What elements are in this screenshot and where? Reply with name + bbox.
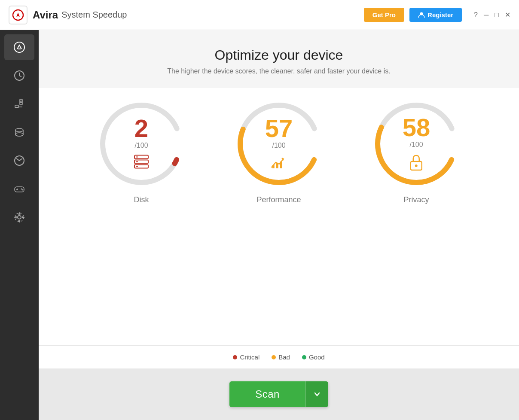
svg-point-19 — [18, 216, 21, 219]
disk-score: 2 — [134, 116, 148, 141]
privacy-gauge: 58 /100 Privacy — [360, 97, 472, 332]
main-layout: Optimize your device The higher the devi… — [0, 30, 519, 420]
svg-point-11 — [15, 128, 23, 132]
scan-dropdown-button[interactable] — [305, 381, 328, 407]
privacy-gauge-wrapper: 58 /100 — [369, 97, 464, 191]
disk-label: Disk — [134, 195, 149, 204]
svg-rect-32 — [276, 163, 278, 168]
disk-icon — [133, 155, 150, 172]
performance-gauge: 57 /100 — [223, 97, 335, 332]
performance-out-of: /100 — [272, 142, 285, 149]
maximize-button[interactable]: □ — [495, 12, 499, 18]
page-title: Optimize your device — [167, 47, 390, 63]
get-pro-button[interactable]: Get Pro — [364, 8, 404, 22]
privacy-label: Privacy — [403, 195, 429, 204]
svg-point-12 — [15, 133, 23, 136]
title-bar-actions: Get Pro Register ? ─ □ ✕ — [364, 8, 510, 22]
window-controls: ? ─ □ ✕ — [474, 12, 510, 18]
sidebar-item-history[interactable] — [4, 148, 34, 173]
svg-rect-33 — [280, 161, 282, 168]
sidebar-item-home[interactable] — [4, 34, 34, 60]
app-logo — [9, 6, 27, 24]
privacy-icon — [409, 154, 424, 173]
page-header: Optimize your device The higher the devi… — [167, 30, 390, 88]
help-button[interactable]: ? — [474, 12, 478, 18]
good-dot — [302, 355, 306, 359]
scan-button[interactable]: Scan — [229, 381, 305, 407]
sidebar-item-disk[interactable] — [4, 119, 34, 145]
disk-gauge-wrapper: 2 /100 — [94, 97, 189, 191]
svg-point-18 — [22, 189, 24, 191]
clock-icon — [13, 69, 26, 82]
startup-icon — [13, 97, 26, 110]
svg-point-2 — [14, 42, 24, 52]
good-label: Good — [309, 353, 325, 361]
register-button[interactable]: Register — [409, 8, 462, 22]
user-icon — [418, 12, 425, 18]
svg-point-17 — [21, 189, 22, 190]
page-subtitle: The higher the device scores, the cleane… — [167, 67, 390, 75]
sidebar-item-startup[interactable] — [4, 91, 34, 117]
disk-gauge: 2 /100 — [85, 97, 197, 332]
privacy-out-of: /100 — [409, 141, 423, 149]
svg-point-37 — [415, 164, 418, 167]
performance-gauge-center: 57 /100 — [265, 116, 293, 172]
settings-icon — [13, 211, 26, 224]
performance-gauge-wrapper: 57 /100 — [232, 97, 326, 191]
legend-bad: Bad — [272, 353, 290, 361]
disk-gauge-center: 2 /100 — [133, 116, 150, 172]
scan-section: Scan — [39, 368, 519, 420]
sidebar-item-clock[interactable] — [4, 63, 34, 88]
svg-rect-8 — [15, 107, 18, 108]
disk-out-of: /100 — [134, 142, 148, 149]
gaming-icon — [13, 183, 26, 195]
chevron-down-icon — [314, 391, 321, 398]
history-icon — [13, 154, 26, 167]
critical-dot — [233, 355, 237, 359]
scan-btn-wrapper: Scan — [229, 381, 328, 407]
bad-label: Bad — [278, 353, 290, 361]
app-subtitle: System Speedup — [61, 10, 127, 20]
performance-label: Performance — [256, 195, 301, 204]
privacy-score: 58 — [403, 115, 430, 140]
legend-critical: Critical — [233, 353, 260, 361]
performance-icon — [270, 155, 288, 172]
sidebar-item-settings[interactable] — [4, 204, 34, 230]
bad-dot — [272, 355, 276, 359]
privacy-gauge-center: 58 /100 — [403, 115, 430, 173]
disk-icon — [13, 126, 26, 139]
title-bar: Avira System Speedup Get Pro Register ? … — [0, 0, 519, 30]
sidebar-item-gaming[interactable] — [4, 176, 34, 202]
legend-good: Good — [302, 353, 325, 361]
svg-rect-31 — [272, 165, 275, 168]
legend: Critical Bad Good — [39, 345, 519, 368]
gauges-section: 2 /100 — [39, 88, 519, 345]
performance-score: 57 — [265, 116, 293, 141]
svg-point-9 — [20, 101, 22, 103]
svg-line-6 — [19, 76, 21, 77]
home-icon — [13, 41, 26, 54]
minimize-button[interactable]: ─ — [484, 12, 488, 18]
sidebar — [0, 30, 39, 420]
close-button[interactable]: ✕ — [505, 12, 510, 18]
critical-label: Critical — [240, 353, 260, 361]
content-area: Optimize your device The higher the devi… — [39, 30, 519, 420]
brand-name: Avira — [33, 9, 58, 21]
